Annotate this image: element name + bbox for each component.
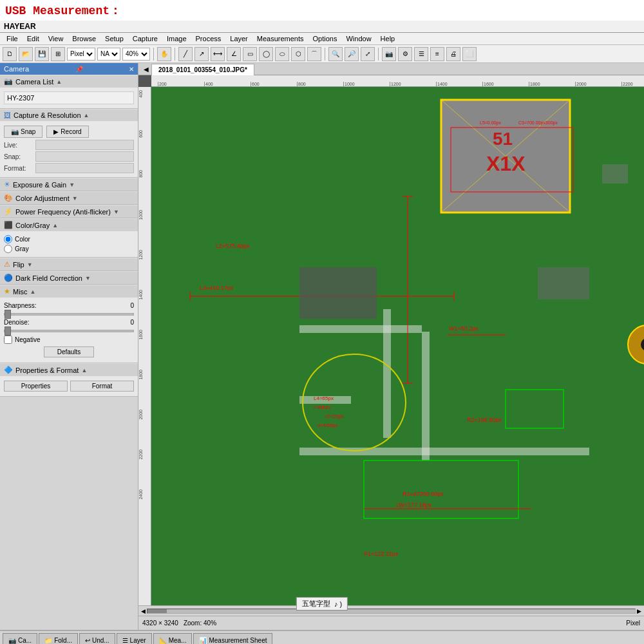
grid-btn[interactable]: ⊞ xyxy=(51,47,65,61)
live-input[interactable] xyxy=(35,140,134,150)
open-btn[interactable]: 📂 xyxy=(19,47,33,61)
format-input[interactable] xyxy=(35,163,134,173)
color-radio[interactable] xyxy=(4,235,12,243)
menu-item-setup[interactable]: Setup xyxy=(101,33,128,44)
menu-item-process[interactable]: Process xyxy=(192,33,225,44)
measure-btn[interactable]: ⟷ xyxy=(211,47,225,61)
zoom-select[interactable]: 40% xyxy=(122,48,150,61)
menu-item-capture[interactable]: Capture xyxy=(129,33,162,44)
record-label: Record xyxy=(61,128,81,135)
power-freq-title[interactable]: ⚡ Power Frequency (Anti-flicker) ▼ xyxy=(0,205,138,218)
tab-bar: ◀ 2018_0101_003554_010.JPG* xyxy=(138,63,644,75)
taskbar-mea[interactable]: 📐 Mea... xyxy=(153,633,193,644)
arrow-btn[interactable]: ↗ xyxy=(194,47,209,61)
taskbar: 📷 Ca... 📁 Fold... ↩ Und... ☰ Layer 📐 Mea… xyxy=(0,630,644,644)
menu-item-file[interactable]: File xyxy=(3,33,22,44)
record-button[interactable]: ▶ Record xyxy=(46,126,88,138)
menu-item-browse[interactable]: Browse xyxy=(68,33,100,44)
format-button[interactable]: Format xyxy=(70,381,134,392)
svg-rect-13 xyxy=(506,390,564,428)
capture-title[interactable]: 🖼 Capture & Resolution ▲ xyxy=(0,109,138,121)
ime-bar[interactable]: 五笔字型 ♪ ) xyxy=(296,597,348,611)
camera-list-title[interactable]: 📷 Camera List ▲ xyxy=(0,75,138,88)
ruler-h-tick: 800 xyxy=(297,82,306,86)
misc-btn[interactable]: ⬜ xyxy=(462,47,477,61)
flip-title[interactable]: ⚠ Flip ▼ xyxy=(0,258,138,270)
denoise-slider[interactable] xyxy=(4,330,134,332)
misc-title[interactable]: ★ Misc ▲ xyxy=(0,285,138,298)
image-tab[interactable]: 2018_0101_003554_010.JPG* xyxy=(151,64,254,75)
folder-taskbar-label: Fold... xyxy=(54,637,72,644)
dark-field-title[interactable]: 🔵 Dark Field Correction ▼ xyxy=(0,271,138,284)
print-btn[interactable]: 🖨 xyxy=(446,47,460,61)
scroll-left-arrow[interactable]: ◀ xyxy=(141,608,146,614)
unit-select[interactable]: Pixel xyxy=(67,48,95,61)
panel-close-btn[interactable]: ✕ xyxy=(129,66,134,73)
extra-btn[interactable]: ≡ xyxy=(430,47,444,61)
gray-radio[interactable] xyxy=(4,245,12,253)
measurement-sheet-button[interactable]: 📊 Measurement Sheet xyxy=(193,633,272,644)
scroll-right-arrow[interactable]: ▶ xyxy=(637,608,641,614)
defaults-button[interactable]: Defaults xyxy=(44,346,95,357)
ruler-h-tick: 1600 xyxy=(482,82,494,86)
camera-icon-btn[interactable]: 📷 xyxy=(382,47,396,61)
svg-text:P1=122.31px: P1=122.31px xyxy=(364,551,399,557)
zoom-in-btn[interactable]: 🔍 xyxy=(328,47,343,61)
svg-text:d=A60px: d=A60px xyxy=(317,422,338,428)
capture-content: 📷 Snap ▶ Record Live: Snap: xyxy=(0,121,138,177)
collapse-icon-9: ▲ xyxy=(30,289,36,295)
ruler-h-tick: 2200 xyxy=(621,82,633,86)
curve-btn[interactable]: ⌒ xyxy=(307,47,321,61)
color-gray-title[interactable]: ⬛ Color/Gray ▲ xyxy=(0,218,138,231)
poly-btn[interactable]: ⬡ xyxy=(291,47,305,61)
menu-item-layer[interactable]: Layer xyxy=(226,33,252,44)
horizontal-scrollbar[interactable]: ◀ ▶ xyxy=(138,605,644,616)
dimensions-text: 4320 × 3240 xyxy=(142,620,178,627)
layers-btn[interactable]: ☰ xyxy=(414,47,428,61)
na-select[interactable]: NA xyxy=(97,48,120,61)
camera-name[interactable]: HY-2307 xyxy=(4,91,134,104)
props-title[interactable]: 🔷 Properties & Format ▲ xyxy=(0,363,138,376)
circle-btn[interactable]: ◯ xyxy=(259,47,273,61)
taskbar-camera[interactable]: 📷 Ca... xyxy=(3,633,37,644)
settings-btn[interactable]: ⚙ xyxy=(398,47,412,61)
menu-item-measurements[interactable]: Measurements xyxy=(253,33,308,44)
new-btn[interactable]: 🗋 xyxy=(3,47,17,61)
angle-btn[interactable]: ∠ xyxy=(227,47,241,61)
app-bar: HAYEAR xyxy=(0,21,644,33)
menu-item-window[interactable]: Window xyxy=(342,33,375,44)
menu-item-edit[interactable]: Edit xyxy=(23,33,43,44)
panel-pin-btn[interactable]: 📌 xyxy=(75,66,83,73)
rect-btn[interactable]: ▭ xyxy=(243,47,257,61)
menu-item-image[interactable]: Image xyxy=(163,33,191,44)
svg-text:r2=20px: r2=20px xyxy=(325,413,344,419)
ruler-h-tick: 1400 xyxy=(436,82,448,86)
ellipse-btn[interactable]: ⬭ xyxy=(275,47,289,61)
image-area[interactable]: 2004006008001000120014001600180020002200… xyxy=(138,75,644,605)
negative-checkbox[interactable] xyxy=(4,336,12,344)
properties-button[interactable]: Properties xyxy=(4,381,68,392)
ruler-v-tick: 1200 xyxy=(138,250,143,260)
main-area: Camera 📌 ✕ 📷 Camera List ▲ HY-2307 🖼 Cap… xyxy=(0,63,644,630)
menu-item-view[interactable]: View xyxy=(44,33,68,44)
exposure-title[interactable]: ☀ Exposure & Gain ▼ xyxy=(0,178,138,191)
zoom-out-btn[interactable]: 🔎 xyxy=(345,47,359,61)
snap-button[interactable]: 📷 Snap xyxy=(4,126,43,138)
tab-left-arrow[interactable]: ◀ xyxy=(141,64,151,74)
negative-row: Negative xyxy=(4,336,134,344)
scroll-track[interactable] xyxy=(147,609,636,614)
sharpness-slider[interactable] xyxy=(4,313,134,316)
fit-btn[interactable]: ⤢ xyxy=(361,47,375,61)
sharpness-row: Sharpness: 0 xyxy=(4,302,134,317)
line-btn[interactable]: ╱ xyxy=(178,47,193,61)
save-btn[interactable]: 💾 xyxy=(35,47,49,61)
menu-item-help[interactable]: Help xyxy=(377,33,399,44)
menu-item-options[interactable]: Options xyxy=(309,33,341,44)
taskbar-folder[interactable]: 📁 Fold... xyxy=(39,633,78,644)
taskbar-undo[interactable]: ↩ Und... xyxy=(79,633,115,644)
color-adj-title[interactable]: 🎨 Color Adjustment ▼ xyxy=(0,191,138,204)
snap-input[interactable] xyxy=(35,151,134,162)
taskbar-layer[interactable]: ☰ Layer xyxy=(117,633,152,644)
pan-btn[interactable]: ✋ xyxy=(157,47,171,61)
scroll-thumb[interactable] xyxy=(147,609,167,613)
